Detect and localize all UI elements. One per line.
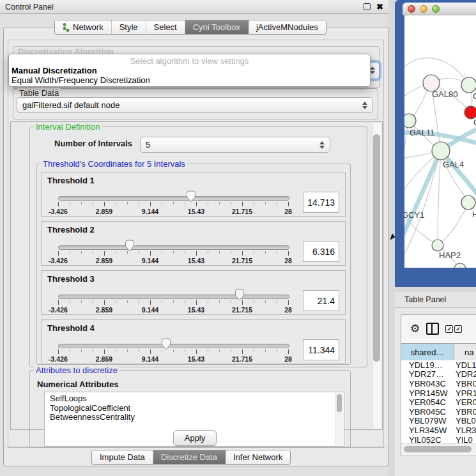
threshold-label: Threshold 3 <box>47 274 95 284</box>
attribute-list-item[interactable]: TopologicalCoefficient <box>45 404 344 413</box>
horizontal-scrollbar[interactable] <box>401 443 476 454</box>
number-of-intervals-value: 5 <box>146 140 317 150</box>
zoom-traffic-light-icon[interactable] <box>432 5 440 13</box>
vertical-scrollbar[interactable] <box>372 123 381 429</box>
minimize-traffic-light-icon[interactable] <box>420 5 427 13</box>
table-row[interactable]: YDL19…YDL1 <box>401 360 476 370</box>
attribute-list-item[interactable]: BetweennessCentrality <box>45 413 344 422</box>
table-toolbar: ⚙ ✓ ✓ <box>401 315 476 342</box>
network-node-label: GCY1 <box>404 210 424 220</box>
float-window-icon[interactable] <box>364 3 371 10</box>
tab-label: Impute Data <box>100 452 145 462</box>
table-header-row: shared… na <box>401 343 476 361</box>
chevron-up-icon <box>370 66 375 70</box>
threshold-value-field[interactable]: 14.713 <box>303 192 339 213</box>
network-edge[interactable] <box>438 203 468 245</box>
dropdown-hint: Select algorithm to view settings <box>9 54 370 66</box>
network-edge-thick[interactable] <box>404 151 441 254</box>
tab-cyni-toolbox[interactable]: Cyni Toolbox <box>185 20 249 34</box>
threshold-label: Threshold 1 <box>47 176 95 185</box>
table-row[interactable]: YDR27…YDR2 <box>401 370 476 380</box>
tab-label: Network <box>73 22 104 32</box>
threshold-row: Threshold 2-3.4262.8599.14415.4321.71528… <box>41 221 346 266</box>
list-scrollbar-thumb[interactable] <box>337 394 342 412</box>
network-edge[interactable] <box>438 151 441 245</box>
slider-track[interactable] <box>58 295 289 299</box>
checkbox-icon[interactable]: ✓ <box>445 325 453 333</box>
column-header-shared-name[interactable]: shared… <box>401 344 454 360</box>
table-cell: YPR1 <box>454 388 476 398</box>
chevron-up-icon <box>319 141 325 144</box>
attribute-list-item[interactable]: SelfLoops <box>45 394 344 404</box>
network-icon <box>63 23 70 32</box>
numerical-attributes-label: Numerical Attributes <box>37 380 118 389</box>
number-of-intervals-combo[interactable]: 5 <box>140 137 330 153</box>
tab-style[interactable]: Style <box>112 20 146 34</box>
number-of-intervals-label: Number of Intervals <box>54 139 132 148</box>
list-scrollbar[interactable] <box>335 393 343 445</box>
table-cell: YLR3 <box>454 426 476 435</box>
gear-icon[interactable]: ⚙ <box>410 323 420 334</box>
table-panel-title: Table Panel <box>404 295 446 304</box>
network-node[interactable] <box>464 106 476 119</box>
dropdown-item[interactable]: Equal Width/Frequency Discretization <box>9 75 370 85</box>
checkbox-icon[interactable]: ✓ <box>454 325 462 333</box>
table-cell: YDL1 <box>454 360 476 370</box>
network-node-label: GAL11 <box>410 128 435 137</box>
screen: Control Panel ✖ NetworkStyleSelectCyni T… <box>0 0 476 476</box>
threshold-row: Threshold 1-3.4262.8599.14415.4321.71528… <box>41 172 346 217</box>
table-row[interactable]: YIL052CYIL0 <box>401 435 476 443</box>
column-header-name[interactable]: na <box>454 344 476 360</box>
interval-definition-title: Interval Definition <box>34 122 102 132</box>
threshold-value-field[interactable]: 11.344 <box>303 339 339 360</box>
table-row[interactable]: YPR145WYPR1 <box>401 388 476 398</box>
apply-button[interactable]: Apply <box>173 430 217 446</box>
table-row[interactable]: YLR345WYLR3 <box>401 426 476 435</box>
tab-jactivemnodules[interactable]: jActiveMNodules <box>249 20 326 34</box>
close-traffic-light-icon[interactable] <box>408 5 415 13</box>
table-panel-container: ⚙ ✓ ✓ shared… na YDL19…YDL1YDR27…YDR2YBR… <box>401 314 476 456</box>
split-columns-icon[interactable] <box>426 323 439 335</box>
table-cell: YBL0 <box>454 416 476 426</box>
slider-thumb[interactable] <box>125 240 135 252</box>
table-row[interactable]: YBL079WYBL0 <box>401 417 476 426</box>
network-node-label: GA <box>473 91 476 101</box>
threshold-value-field[interactable]: 6.316 <box>303 241 339 262</box>
close-icon[interactable]: ✖ <box>376 4 383 10</box>
slider-track[interactable] <box>58 245 289 250</box>
tab-infer-network[interactable]: Infer Network <box>226 450 290 464</box>
network-node[interactable] <box>404 114 416 128</box>
table-row[interactable]: YBR045CYBR0 <box>401 407 476 417</box>
slider-thumb[interactable] <box>234 289 245 301</box>
tab-discretize-data[interactable]: Discretize Data <box>153 450 226 464</box>
threshold-row: Threshold 3-3.4262.8599.14415.4321.71528… <box>41 270 346 315</box>
slider-thumb[interactable] <box>186 190 196 203</box>
tab-network[interactable]: Network <box>55 20 112 34</box>
chevron-down-icon <box>370 71 375 74</box>
network-canvas[interactable]: GAL80GACGAL11GAL4GCY1HHAP2 <box>404 15 476 268</box>
threshold-value-field[interactable]: 21.4 <box>303 290 339 311</box>
tab-label: Cyni Toolbox <box>193 22 240 32</box>
network-node[interactable] <box>461 196 475 210</box>
thresholds-title: Threshold's Coordinates for 5 Intervals <box>41 159 187 169</box>
tab-label: Style <box>119 22 138 32</box>
tab-select[interactable]: Select <box>146 20 185 34</box>
network-node[interactable] <box>461 77 476 93</box>
slider-track[interactable] <box>58 344 289 348</box>
dropdown-item[interactable]: Manual Discretization <box>9 66 370 75</box>
network-node[interactable] <box>432 142 450 160</box>
tab-impute-data[interactable]: Impute Data <box>92 450 153 464</box>
table-rows: YDL19…YDL1YDR27…YDR2YBR043CYBR0YPR145WYP… <box>401 360 476 443</box>
network-node-label: GAL80 <box>432 89 457 99</box>
table-row[interactable]: YBR043CYBR0 <box>401 379 476 388</box>
network-node[interactable] <box>432 240 443 251</box>
table-data-combo[interactable]: galFiltered.sif default node <box>17 97 373 113</box>
network-node[interactable] <box>454 263 466 268</box>
attributes-title: Attributes to discretize <box>34 365 119 375</box>
horizontal-scrollbar-thumb[interactable] <box>404 446 472 452</box>
table-row[interactable]: YER054CYER0 <box>401 397 476 407</box>
table-cell: YDR2 <box>454 369 476 379</box>
vertical-scrollbar-thumb[interactable] <box>373 134 380 362</box>
slider-thumb[interactable] <box>161 338 171 350</box>
slider-track[interactable] <box>58 196 289 201</box>
